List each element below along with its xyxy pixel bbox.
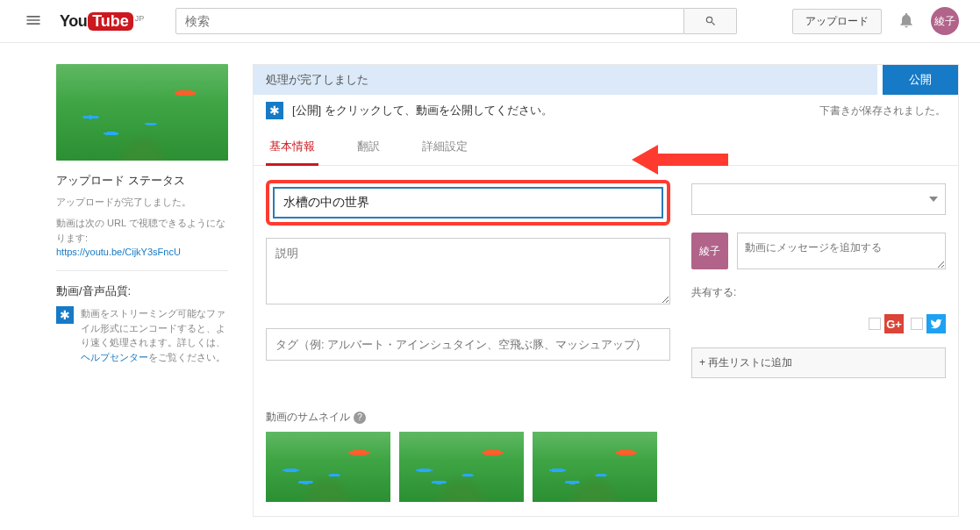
notifications-icon[interactable] (898, 11, 915, 32)
tags-input[interactable] (266, 328, 670, 361)
star-icon: ✱ (266, 102, 283, 119)
url-intro: 動画は次の URL で視聴できるようになります: (56, 216, 228, 245)
quality-text: 動画をストリーミング可能なファイル形式にエンコードすると、より速く処理されます。… (81, 306, 228, 364)
upload-status-heading: アップロード ステータス (56, 173, 228, 189)
thumbnails-label: 動画のサムネイル ? (266, 410, 670, 425)
tab-translate[interactable]: 翻訳 (354, 130, 383, 165)
video-title-input[interactable] (273, 187, 663, 218)
share-label: 共有する: (691, 285, 946, 300)
search-icon (705, 15, 717, 27)
menu-icon[interactable] (21, 8, 46, 35)
draft-saved-label: 下書きが保存されました。 (819, 104, 946, 118)
region-label: JP (135, 14, 145, 23)
share-message-input[interactable] (737, 233, 946, 269)
star-icon: ✱ (56, 306, 74, 324)
tab-advanced[interactable]: 詳細設定 (418, 130, 471, 165)
quality-heading: 動画/音声品質: (56, 283, 228, 299)
privacy-select[interactable] (691, 183, 946, 215)
twitter-icon (926, 314, 946, 333)
thumbnail-option-2[interactable] (399, 432, 524, 502)
publish-button[interactable]: 公開 (883, 65, 958, 95)
search-input[interactable] (175, 8, 684, 34)
publish-hint: [公開] をクリックして、動画を公開してください。 (292, 103, 553, 118)
youtube-logo[interactable]: YouTube (60, 12, 133, 31)
add-to-playlist-button[interactable]: + 再生リストに追加 (691, 347, 946, 378)
twitter-checkbox[interactable] (911, 318, 923, 330)
thumbnail-option-3[interactable] (533, 432, 657, 502)
title-highlight (266, 180, 670, 226)
avatar-square: 綾子 (691, 233, 728, 269)
gplus-icon: G+ (884, 314, 904, 333)
thumbnail-option-1[interactable] (266, 432, 390, 502)
search-button[interactable] (684, 8, 737, 34)
upload-status-text: アップロードが完了しました。 (56, 196, 228, 209)
help-center-link[interactable]: ヘルプセンター (81, 352, 148, 362)
processing-status: 処理が完了しました (254, 65, 877, 95)
tab-basic[interactable]: 基本情報 (266, 130, 318, 165)
chevron-down-icon (929, 195, 938, 204)
upload-button[interactable]: アップロード (792, 9, 882, 34)
avatar[interactable]: 綾子 (931, 7, 959, 35)
video-url-link[interactable]: https://youtu.be/CijkY3sFncU (56, 247, 181, 257)
video-thumbnail-main (56, 64, 228, 161)
description-input[interactable] (266, 238, 670, 304)
gplus-checkbox[interactable] (869, 318, 881, 330)
help-icon[interactable]: ? (354, 412, 366, 424)
